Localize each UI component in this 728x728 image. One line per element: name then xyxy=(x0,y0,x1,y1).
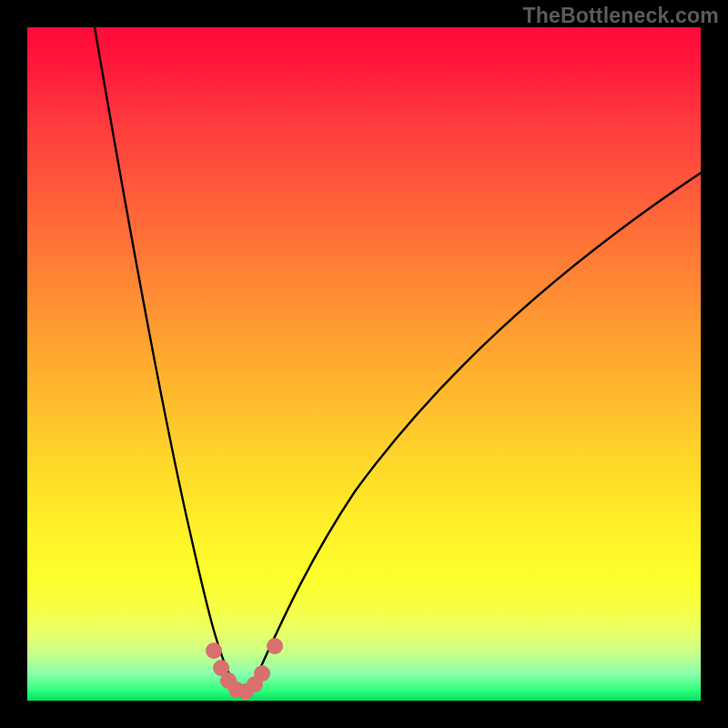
outer-frame: TheBottleneck.com xyxy=(0,0,728,728)
svg-point-6 xyxy=(254,665,270,682)
bottleneck-curve xyxy=(27,27,701,701)
watermark-text: TheBottleneck.com xyxy=(522,4,719,28)
curve-right-branch xyxy=(249,173,701,692)
curve-left-branch xyxy=(95,27,238,692)
valley-markers xyxy=(206,638,283,700)
svg-point-0 xyxy=(206,642,222,659)
plot-area xyxy=(27,27,701,701)
svg-point-7 xyxy=(267,638,283,654)
